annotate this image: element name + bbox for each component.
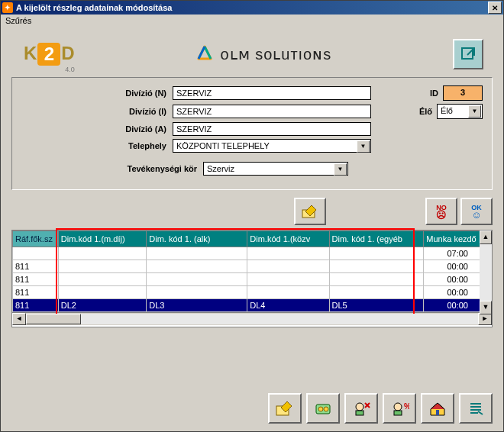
svg-rect-11 (436, 410, 439, 415)
table-row[interactable]: 81100:00 (13, 260, 492, 273)
svg-point-4 (318, 407, 323, 411)
table-row-selected[interactable]: 811DL2DL3DL4DL500:00 (13, 299, 492, 312)
user-percent-button[interactable]: % (383, 393, 416, 424)
svg-point-5 (324, 407, 328, 411)
titlebar: ✦ A kijelölt részleg adatainak módosítás… (1, 1, 503, 15)
svg-text:%: % (404, 402, 409, 411)
tevekenyseg-label: Tevékenységi kör (21, 164, 203, 173)
telephely-label: Telephely (21, 141, 173, 150)
id-label: ID (430, 89, 438, 98)
window-title: A kijelölt részleg adatainak módosítása (16, 3, 488, 12)
svg-rect-0 (462, 48, 473, 59)
home-button[interactable] (421, 393, 454, 424)
divizio-i-field[interactable]: SZERVIZ (173, 105, 371, 118)
col-dimkod-mdij[interactable]: Dim.kód 1.(m.díj) (58, 231, 147, 247)
horizontal-scrollbar[interactable]: ◄ ► (12, 312, 492, 325)
svg-rect-9 (394, 411, 402, 415)
id-value: 3 (443, 85, 483, 101)
divizio-a-label: Divízió (A) (21, 124, 173, 134)
money-button[interactable] (306, 393, 340, 424)
logo-dlm-solutions: oʟᴍ ѕoʟuтıoɴѕ (195, 45, 331, 63)
menu-szures[interactable]: Szűrés (5, 16, 31, 25)
svg-rect-7 (356, 411, 363, 415)
col-dimkod-kozv[interactable]: Dim.kód 1.(közv (247, 231, 329, 247)
list-button[interactable] (459, 393, 493, 424)
divizio-n-label: Divízió (N) (21, 89, 173, 98)
table-row[interactable]: 81100:00 (13, 273, 492, 286)
ok-button[interactable]: OK☺ (460, 198, 493, 225)
scroll-right-icon[interactable]: ► (478, 313, 492, 325)
vertical-scrollbar[interactable]: ▲ ▼ (480, 231, 492, 314)
edit-button[interactable] (294, 198, 326, 225)
scroll-left-icon[interactable]: ◄ (12, 313, 26, 325)
no-button[interactable]: NO☹ (425, 198, 457, 225)
col-dimkod-alk[interactable]: Dim. kód 1. (alk) (147, 231, 247, 247)
external-link-button[interactable] (453, 39, 483, 69)
data-grid[interactable]: Ráf.fők.sz Dim.kód 1.(m.díj) Dim. kód 1.… (11, 230, 493, 327)
app-icon: ✦ (2, 2, 13, 13)
footer-toolbar: % (268, 393, 493, 424)
divizio-a-field[interactable]: SZERVIZ (173, 122, 371, 136)
scroll-down-icon[interactable]: ▼ (480, 301, 492, 314)
menu-bar: Szűrés (1, 15, 503, 31)
table-row[interactable]: 07:00 (13, 247, 492, 260)
svg-point-6 (356, 403, 363, 411)
elo-label: Élő (419, 107, 432, 116)
elo-select[interactable]: Élő (437, 104, 483, 119)
table-row[interactable]: 81100:00 (13, 286, 492, 299)
form-panel: Divízió (N) SZERVIZ ID 3 Divízió (I) SZE… (11, 77, 493, 190)
edit-record-button[interactable] (268, 393, 302, 424)
divizio-i-label: Divízió (I) (21, 107, 173, 116)
col-dimkod-egyeb[interactable]: Dim. kód 1. (egyéb (329, 231, 424, 247)
logo-k2d: K2D 4.0 (24, 43, 75, 66)
col-raf[interactable]: Ráf.fők.sz (13, 231, 59, 247)
grid-header-row: Ráf.fők.sz Dim.kód 1.(m.díj) Dim. kód 1.… (13, 231, 492, 247)
user-delete-button[interactable] (344, 393, 378, 424)
tevekenyseg-select[interactable]: Szerviz (203, 162, 348, 176)
scroll-thumb[interactable] (26, 314, 81, 324)
scroll-up-icon[interactable]: ▲ (480, 231, 492, 244)
divizio-n-field[interactable]: SZERVIZ (173, 86, 371, 100)
close-button[interactable]: ✕ (488, 2, 502, 14)
telephely-select[interactable]: KÖZPONTI TELEPHELY (173, 139, 371, 153)
svg-point-8 (394, 403, 402, 411)
